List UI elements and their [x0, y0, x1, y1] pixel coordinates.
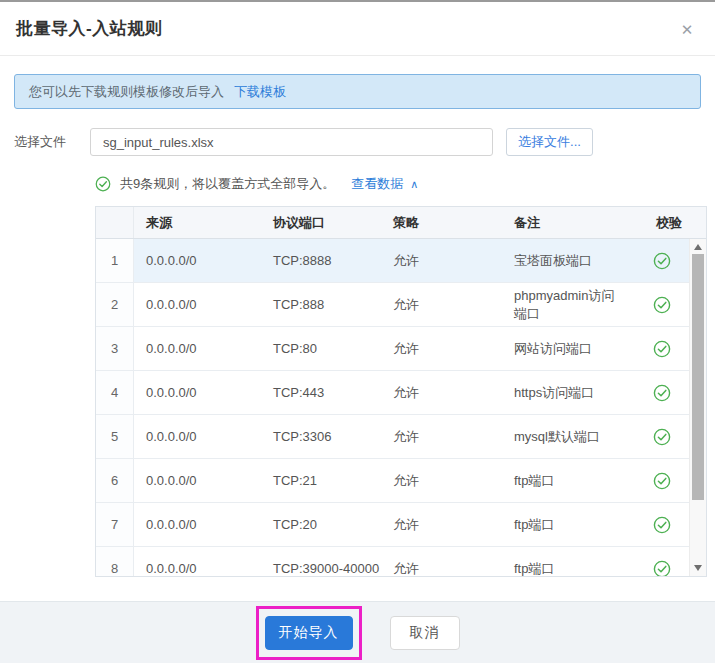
table-header-row: 来源 协议端口 策略 备注 校验 — [96, 207, 706, 239]
valid-check-icon — [634, 415, 689, 458]
row-port: TCP:80 — [261, 327, 381, 370]
header-remark: 备注 — [502, 214, 634, 232]
row-source: 0.0.0.0/0 — [134, 371, 261, 414]
header-policy: 策略 — [381, 214, 502, 232]
import-notice-row: 共9条规则，将以覆盖方式全部导入。 查看数据 ∧ — [95, 175, 701, 193]
row-policy: 允许 — [381, 239, 502, 282]
row-remark: phpmyadmin访问端口 — [502, 283, 634, 326]
row-remark: ftp端口 — [502, 547, 634, 576]
dialog-content: 您可以先下载规则模板修改后导入 下载模板 选择文件 选择文件... 共9条规则，… — [0, 56, 715, 577]
row-policy: 允许 — [381, 547, 502, 576]
row-remark: 网站访问端口 — [502, 327, 634, 370]
header-check: 校验 — [634, 214, 704, 232]
valid-check-icon — [634, 503, 689, 546]
row-index: 8 — [96, 547, 134, 576]
row-policy: 允许 — [381, 503, 502, 546]
table-rows: 10.0.0.0/0TCP:8888允许宝塔面板端口20.0.0.0/0TCP:… — [96, 239, 689, 576]
row-port: TCP:888 — [261, 283, 381, 326]
choose-file-button[interactable]: 选择文件... — [506, 128, 593, 156]
row-source: 0.0.0.0/0 — [134, 503, 261, 546]
row-port: TCP:20 — [261, 503, 381, 546]
table-row[interactable]: 30.0.0.0/0TCP:80允许网站访问端口 — [96, 327, 689, 371]
row-port: TCP:39000-40000 — [261, 547, 381, 576]
dialog-footer: 开始导入 取消 — [0, 601, 715, 663]
annotation-highlight-box: 开始导入 — [256, 606, 362, 660]
dialog-title: 批量导入-入站规则 — [16, 17, 162, 40]
batch-import-dialog: 批量导入-入站规则 ✕ 您可以先下载规则模板修改后导入 下载模板 选择文件 选择… — [0, 2, 715, 577]
row-source: 0.0.0.0/0 — [134, 415, 261, 458]
filename-input[interactable] — [90, 128, 493, 156]
row-source: 0.0.0.0/0 — [134, 547, 261, 576]
banner-text: 您可以先下载规则模板修改后导入 — [29, 83, 224, 101]
table-row[interactable]: 40.0.0.0/0TCP:443允许https访问端口 — [96, 371, 689, 415]
header-index — [96, 207, 134, 238]
row-remark: https访问端口 — [502, 371, 634, 414]
row-remark: 宝塔面板端口 — [502, 239, 634, 282]
table-row[interactable]: 50.0.0.0/0TCP:3306允许mysql默认端口 — [96, 415, 689, 459]
scrollbar-thumb[interactable] — [692, 254, 704, 500]
table-row[interactable]: 80.0.0.0/0TCP:39000-40000允许ftp端口 — [96, 547, 689, 576]
row-port: TCP:3306 — [261, 415, 381, 458]
header-port: 协议端口 — [261, 214, 381, 232]
scrollbar-down-arrow-icon[interactable] — [694, 565, 702, 571]
view-data-link[interactable]: 查看数据 — [351, 175, 403, 193]
file-picker-row: 选择文件 选择文件... — [14, 128, 701, 156]
table-row[interactable]: 20.0.0.0/0TCP:888允许phpmyadmin访问端口 — [96, 283, 689, 327]
valid-check-icon — [634, 371, 689, 414]
table-row[interactable]: 70.0.0.0/0TCP:20允许ftp端口 — [96, 503, 689, 547]
row-remark: mysql默认端口 — [502, 415, 634, 458]
row-source: 0.0.0.0/0 — [134, 459, 261, 502]
row-port: TCP:8888 — [261, 239, 381, 282]
scrollbar-up-arrow-icon[interactable] — [694, 244, 702, 250]
valid-check-icon — [634, 547, 689, 576]
row-port: TCP:443 — [261, 371, 381, 414]
row-policy: 允许 — [381, 415, 502, 458]
table-scrollbar[interactable] — [689, 239, 706, 576]
valid-check-icon — [634, 239, 689, 282]
row-index: 6 — [96, 459, 134, 502]
table-row[interactable]: 10.0.0.0/0TCP:8888允许宝塔面板端口 — [96, 239, 689, 283]
success-check-icon — [95, 176, 111, 192]
dialog-header: 批量导入-入站规则 ✕ — [0, 2, 715, 56]
notice-text: 共9条规则，将以覆盖方式全部导入。 — [120, 175, 335, 193]
valid-check-icon — [634, 327, 689, 370]
row-index: 7 — [96, 503, 134, 546]
row-index: 5 — [96, 415, 134, 458]
row-source: 0.0.0.0/0 — [134, 327, 261, 370]
rules-preview-table: 来源 协议端口 策略 备注 校验 10.0.0.0/0TCP:8888允许宝塔面… — [95, 206, 707, 577]
row-policy: 允许 — [381, 459, 502, 502]
chevron-up-icon[interactable]: ∧ — [410, 178, 418, 191]
row-policy: 允许 — [381, 371, 502, 414]
row-index: 1 — [96, 239, 134, 282]
table-body: 10.0.0.0/0TCP:8888允许宝塔面板端口20.0.0.0/0TCP:… — [96, 239, 706, 576]
table-row[interactable]: 60.0.0.0/0TCP:21允许ftp端口 — [96, 459, 689, 503]
row-index: 4 — [96, 371, 134, 414]
header-source: 来源 — [134, 214, 261, 232]
row-port: TCP:21 — [261, 459, 381, 502]
download-template-link[interactable]: 下载模板 — [234, 83, 286, 101]
row-remark: ftp端口 — [502, 459, 634, 502]
template-hint-banner: 您可以先下载规则模板修改后导入 下载模板 — [14, 74, 701, 109]
cancel-button[interactable]: 取消 — [390, 616, 460, 650]
row-source: 0.0.0.0/0 — [134, 283, 261, 326]
valid-check-icon — [634, 459, 689, 502]
valid-check-icon — [634, 283, 689, 326]
row-remark: ftp端口 — [502, 503, 634, 546]
start-import-button[interactable]: 开始导入 — [265, 616, 353, 650]
row-policy: 允许 — [381, 327, 502, 370]
close-icon[interactable]: ✕ — [677, 20, 697, 40]
row-index: 3 — [96, 327, 134, 370]
row-index: 2 — [96, 283, 134, 326]
file-picker-label: 选择文件 — [14, 133, 90, 151]
row-policy: 允许 — [381, 283, 502, 326]
row-source: 0.0.0.0/0 — [134, 239, 261, 282]
